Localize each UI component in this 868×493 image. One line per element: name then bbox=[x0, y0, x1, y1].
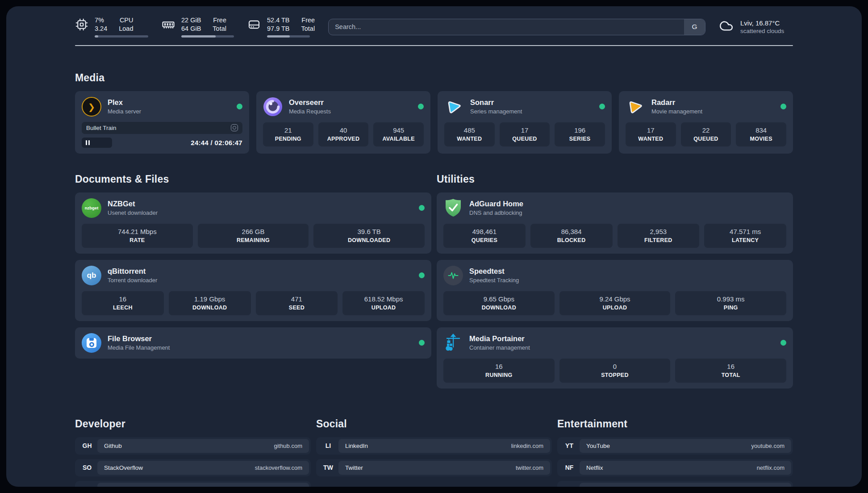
status-dot bbox=[599, 104, 605, 109]
disk-free-label: Free bbox=[301, 16, 315, 25]
app-card-plex[interactable]: ❯ Plex Media server Bullet Train 24:44 / bbox=[75, 91, 249, 154]
bookmark-name: Github bbox=[104, 443, 122, 449]
bookmark-linkedin[interactable]: LI LinkedIn linkedin.com bbox=[316, 437, 552, 455]
bookmark-name: LinkedIn bbox=[345, 443, 368, 449]
cpu-usage-value: 7% bbox=[95, 16, 107, 25]
app-name: File Browser bbox=[108, 334, 413, 343]
app-name: NZBGet bbox=[108, 200, 413, 208]
bookmark-url: twitter.com bbox=[516, 464, 543, 471]
section-title-documents: Documents & Files bbox=[75, 173, 431, 185]
stat-upload: 9.24 GbpsUPLOAD bbox=[559, 291, 671, 315]
app-subtitle: Speedtest Tracking bbox=[469, 277, 786, 284]
status-dot bbox=[237, 104, 242, 109]
search-input[interactable] bbox=[329, 23, 684, 30]
ram-icon bbox=[162, 18, 175, 31]
memory-free-label: Free bbox=[213, 16, 226, 25]
section-title-entertainment: Entertainment bbox=[557, 418, 793, 430]
bookmark-netflix[interactable]: NF Netflix netflix.com bbox=[557, 459, 793, 476]
bookmark-dev[interactable]: DT DEV dev.to bbox=[75, 481, 311, 487]
cpu-chip-icon bbox=[75, 18, 88, 31]
section-title-media: Media bbox=[75, 72, 793, 84]
playback-progress bbox=[82, 138, 112, 148]
weather-headline: Lviv, 16.87°C bbox=[740, 19, 784, 27]
app-subtitle: Series management bbox=[470, 108, 593, 115]
app-name: Overseerr bbox=[289, 98, 412, 107]
bookmark-group-entertainment: Entertainment YT YouTube youtube.com NF … bbox=[557, 418, 793, 487]
stat-available: 945AVAILABLE bbox=[373, 122, 424, 146]
memory-stat: 22 GiB 64 GiB Free Total bbox=[162, 16, 234, 38]
now-playing-bar: Bullet Train bbox=[82, 122, 242, 134]
app-card-nzbget[interactable]: nzbget NZBGet Usenet downloader 744.21 M… bbox=[75, 192, 431, 254]
bookmark-url: github.com bbox=[274, 443, 302, 449]
stat-upload: 618.52 MbpsUPLOAD bbox=[342, 291, 425, 315]
now-playing-title: Bullet Train bbox=[86, 125, 117, 131]
pause-icon bbox=[86, 140, 90, 145]
radarr-icon bbox=[626, 97, 645, 117]
topbar-divider bbox=[75, 45, 793, 46]
bookmark-group-developer: Developer GH Github github.com SO StackO… bbox=[75, 418, 311, 487]
memory-total-label: Total bbox=[213, 25, 226, 33]
bookmark-name: Netflix bbox=[586, 464, 603, 471]
weather-widget[interactable]: Lviv, 16.87°C scattered clouds bbox=[718, 19, 793, 35]
app-name: Media Portainer bbox=[469, 334, 774, 343]
app-card-filebrowser[interactable]: File Browser Media File Management bbox=[75, 327, 431, 359]
disk-stat: 52.4 TB 97.9 TB Free Total bbox=[247, 16, 315, 38]
bookmark-url: dev.to bbox=[287, 486, 302, 487]
app-card-qbittorrent[interactable]: qb qBittorrent Torrent downloader 16LEEC… bbox=[75, 260, 431, 321]
bookmark-name: DEV bbox=[104, 486, 117, 487]
bookmark-abbr: RE bbox=[559, 483, 580, 487]
app-card-adguard[interactable]: AdGuard Home DNS and adblocking 498,461Q… bbox=[437, 192, 793, 254]
app-name: Sonarr bbox=[470, 98, 593, 107]
app-name: Radarr bbox=[651, 98, 774, 107]
portainer-icon bbox=[443, 333, 463, 353]
stat-movies: 834MOVIES bbox=[736, 122, 786, 146]
bookmark-url: linkedin.com bbox=[511, 443, 543, 449]
filebrowser-icon bbox=[82, 333, 101, 353]
app-card-speedtest[interactable]: Speedtest Speedtest Tracking 9.65 GbpsDO… bbox=[437, 260, 793, 321]
stat-latency: 47.571 msLATENCY bbox=[704, 224, 786, 248]
utilities-column: Utilities bbox=[437, 173, 793, 395]
bookmark-youtube[interactable]: YT YouTube youtube.com bbox=[557, 437, 793, 455]
app-card-overseerr[interactable]: Overseerr Media Requests 21PENDING 40APP… bbox=[256, 91, 430, 154]
status-dot bbox=[419, 272, 425, 278]
app-card-radarr[interactable]: Radarr Movie management 17WANTED 22QUEUE… bbox=[619, 91, 793, 154]
app-card-sonarr[interactable]: Sonarr Series management 485WANTED 17QUE… bbox=[438, 91, 612, 154]
plex-icon: ❯ bbox=[82, 97, 101, 117]
bookmark-stackoverflow[interactable]: SO StackOverflow stackoverflow.com bbox=[75, 459, 311, 476]
qbittorrent-icon: qb bbox=[82, 266, 101, 285]
app-name: AdGuard Home bbox=[469, 200, 786, 208]
stat-series: 196SERIES bbox=[555, 122, 605, 146]
session-display-icon bbox=[231, 124, 238, 131]
bookmark-abbr: TW bbox=[318, 461, 338, 475]
stat-download: 9.65 GbpsDOWNLOAD bbox=[443, 291, 555, 315]
bookmark-abbr: NF bbox=[559, 461, 580, 475]
status-dot bbox=[780, 340, 786, 346]
stat-leech: 16LEECH bbox=[82, 291, 164, 315]
bookmark-abbr: DT bbox=[77, 483, 97, 487]
app-card-portainer[interactable]: Media Portainer Container management 16R… bbox=[437, 327, 793, 389]
section-title-utilities: Utilities bbox=[437, 173, 793, 185]
disk-total-label: Total bbox=[301, 25, 315, 33]
sonarr-icon bbox=[444, 97, 464, 117]
status-dot bbox=[419, 340, 425, 346]
bookmark-abbr: SO bbox=[77, 461, 97, 475]
section-title-social: Social bbox=[316, 418, 552, 430]
stat-remaining: 266 GBREMAINING bbox=[198, 224, 309, 248]
dashboard-panel: 7% 3.24 CPU Load bbox=[6, 6, 862, 487]
bookmark-url: netflix.com bbox=[757, 464, 785, 471]
cpu-load-value: 3.24 bbox=[95, 25, 107, 33]
weather-condition: scattered clouds bbox=[740, 28, 784, 34]
bookmark-reddit[interactable]: RE Reddit reddit.com bbox=[557, 481, 793, 487]
app-subtitle: Movie management bbox=[651, 108, 774, 115]
playback-time: 24:44 / 02:06:47 bbox=[191, 139, 242, 146]
bookmark-twitter[interactable]: TW Twitter twitter.com bbox=[316, 459, 552, 476]
section-title-developer: Developer bbox=[75, 418, 311, 430]
disk-total-value: 97.9 TB bbox=[267, 25, 290, 33]
search-engine-button[interactable]: G bbox=[684, 19, 705, 35]
app-subtitle: Media File Management bbox=[108, 344, 413, 351]
bookmark-github[interactable]: GH Github github.com bbox=[75, 437, 311, 455]
memory-total-value: 64 GiB bbox=[181, 25, 201, 33]
app-subtitle: Media Requests bbox=[289, 108, 412, 115]
search-bar[interactable]: G bbox=[328, 19, 705, 35]
stat-wanted: 485WANTED bbox=[444, 122, 495, 146]
